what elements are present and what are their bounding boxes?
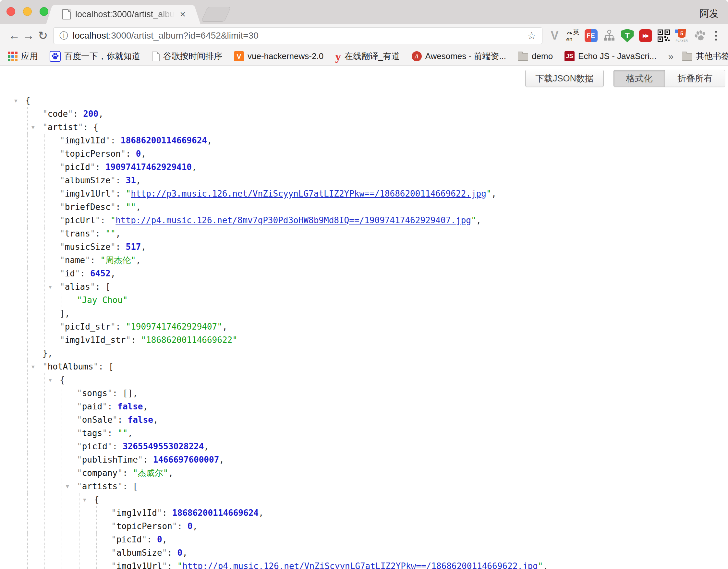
window-close-button[interactable] bbox=[6, 7, 15, 16]
indent-guide bbox=[62, 387, 62, 400]
sitemap-glyph bbox=[603, 30, 615, 42]
json-line-text: "picId": 3265549553028224, bbox=[77, 440, 209, 453]
qr-code-extension-icon[interactable] bbox=[657, 28, 671, 43]
bookmark-echojs[interactable]: JS Echo JS - JavaScri... bbox=[564, 51, 656, 61]
json-line: "topicPerson": 0, bbox=[0, 520, 728, 533]
indent-guide bbox=[44, 227, 45, 240]
bookmark-baidu[interactable]: 百度一下，你就知道 bbox=[50, 51, 140, 62]
json-line: ▼"alias": [ bbox=[0, 280, 728, 294]
bookmark-vue-hackernews[interactable]: V vue-hackernews-2.0 bbox=[234, 51, 323, 61]
json-line: "topicPerson": 0, bbox=[0, 147, 728, 161]
format-button[interactable]: 格式化 bbox=[614, 70, 665, 87]
apps-grid-icon bbox=[8, 52, 18, 61]
indent-guide bbox=[44, 387, 45, 400]
bookmark-youdao-translate[interactable]: y 在线翻译_有道 bbox=[335, 51, 400, 62]
tab-title: localhost:3000/artist_album?id bbox=[75, 9, 177, 19]
indent-guide bbox=[27, 347, 28, 360]
indent-guide bbox=[62, 533, 62, 546]
indent-guide bbox=[27, 520, 28, 533]
json-line: "code": 200, bbox=[0, 107, 728, 121]
indent-guide bbox=[62, 413, 62, 427]
json-line: "publishTime": 1466697600007, bbox=[0, 453, 728, 466]
json-line-text: "trans": "", bbox=[60, 227, 121, 240]
indent-guide bbox=[27, 187, 28, 200]
profile-name[interactable]: 阿发 bbox=[699, 7, 719, 20]
fast-forward-extension-icon[interactable]: ▶▶ bbox=[638, 28, 652, 43]
json-line: ▼"artist": { bbox=[0, 121, 728, 134]
paw-extension-icon[interactable] bbox=[693, 28, 707, 43]
vue-devtools-icon[interactable]: V bbox=[548, 28, 562, 43]
json-line: "trans": "", bbox=[0, 227, 728, 240]
back-icon[interactable]: ← bbox=[7, 30, 21, 42]
bookmark-awesomes[interactable]: A Awesomes - 前端资... bbox=[412, 51, 506, 62]
vue-icon: V bbox=[234, 51, 244, 61]
sitemap-extension-icon[interactable] bbox=[602, 28, 616, 43]
json-url-link[interactable]: http://p3.music.126.net/VnZiScyynLG7atLI… bbox=[131, 189, 486, 199]
indent-guide bbox=[44, 533, 45, 546]
bookmark-google-sort[interactable]: 谷歌按时间排序 bbox=[152, 51, 222, 62]
bookmark-folder-demo[interactable]: demo bbox=[518, 51, 553, 61]
fe-extension-icon[interactable]: FE bbox=[584, 28, 598, 43]
tampermonkey-shield-icon[interactable]: T bbox=[620, 28, 634, 43]
indent-guide bbox=[62, 480, 62, 493]
indent-guide bbox=[27, 453, 28, 466]
indent-guide bbox=[44, 147, 45, 161]
window-controls bbox=[6, 7, 48, 16]
bookmarks-overflow-icon[interactable]: » bbox=[668, 51, 673, 62]
json-viewer-actions: 下载JSON数据 格式化 折叠所有 bbox=[525, 70, 725, 87]
forward-icon[interactable]: → bbox=[21, 30, 36, 42]
collapse-arrow-icon[interactable]: ▼ bbox=[83, 493, 86, 506]
collapse-arrow-icon[interactable]: ▼ bbox=[66, 480, 69, 493]
json-line-text: "topicPerson": 0, bbox=[60, 147, 146, 161]
youdao-icon: y bbox=[335, 52, 341, 61]
collapse-arrow-icon[interactable]: ▼ bbox=[49, 280, 52, 294]
collapse-all-button[interactable]: 折叠所有 bbox=[665, 70, 725, 87]
indent-guide bbox=[62, 400, 62, 413]
other-bookmarks-folder[interactable]: 其他书签 bbox=[682, 51, 728, 62]
url-text[interactable]: localhost:3000/artist_album?id=6452&limi… bbox=[73, 30, 524, 41]
json-line-text: "img1v1Id_str": "18686200114669622" bbox=[60, 333, 237, 347]
indent-guide bbox=[79, 506, 79, 520]
new-tab-button[interactable] bbox=[201, 7, 231, 22]
indent-guide bbox=[96, 520, 97, 533]
collapse-arrow-icon[interactable]: ▼ bbox=[49, 373, 52, 387]
indent-guide bbox=[62, 493, 62, 506]
download-json-button[interactable]: 下载JSON数据 bbox=[525, 70, 604, 87]
translate-extension-icon[interactable]: 英 en ↷ bbox=[566, 28, 580, 43]
json-line: "paid": false, bbox=[0, 400, 728, 413]
indent-guide bbox=[27, 546, 28, 560]
json-line: "img1v1Url": "http://p3.music.126.net/Vn… bbox=[0, 187, 728, 200]
view-mode-group: 格式化 折叠所有 bbox=[613, 70, 725, 87]
indent-guide bbox=[44, 413, 45, 427]
collapse-arrow-icon[interactable]: ▼ bbox=[31, 121, 35, 134]
window-zoom-button[interactable] bbox=[40, 7, 48, 16]
bookmark-apps[interactable]: 应用 bbox=[8, 51, 38, 62]
json-line-text: "img1v1Id": 18686200114669624, bbox=[60, 134, 212, 147]
html5-player-extension-icon[interactable]: 5 PLAYER bbox=[675, 28, 689, 43]
bookmark-star-icon[interactable]: ☆ bbox=[527, 30, 536, 42]
json-line-text: "code": 200, bbox=[42, 107, 103, 121]
json-line-text: "topicPerson": 0, bbox=[111, 520, 198, 533]
indent-guide bbox=[27, 387, 28, 400]
chrome-menu-icon[interactable] bbox=[711, 28, 721, 43]
collapse-arrow-icon[interactable]: ▼ bbox=[31, 360, 35, 373]
indent-guide bbox=[62, 520, 62, 533]
json-line: "img1v1Id": 18686200114669624, bbox=[0, 506, 728, 520]
reload-icon[interactable]: ↻ bbox=[36, 30, 50, 42]
indent-guide bbox=[44, 493, 45, 506]
indent-guide bbox=[27, 280, 28, 294]
browser-tab[interactable]: localhost:3000/artist_album?id × bbox=[55, 5, 191, 24]
json-line: "albumSize": 0, bbox=[0, 546, 728, 560]
json-url-link[interactable]: http://p4.music.126.net/8mv7qP30Pd3oHW8b… bbox=[115, 215, 471, 225]
collapse-arrow-icon[interactable]: ▼ bbox=[14, 94, 18, 107]
indent-guide bbox=[27, 134, 28, 147]
indent-guide bbox=[27, 254, 28, 267]
json-line-text: "artist": { bbox=[42, 121, 98, 134]
tab-close-icon[interactable]: × bbox=[180, 9, 186, 19]
indent-guide bbox=[44, 267, 45, 280]
json-url-link[interactable]: http://p4.music.126.net/VnZiScyynLG7atLI… bbox=[182, 561, 538, 569]
window-minimize-button[interactable] bbox=[23, 7, 32, 16]
address-bar[interactable]: ⓘ localhost:3000/artist_album?id=6452&li… bbox=[53, 27, 542, 44]
indent-guide bbox=[44, 373, 45, 387]
site-info-icon[interactable]: ⓘ bbox=[59, 30, 68, 42]
